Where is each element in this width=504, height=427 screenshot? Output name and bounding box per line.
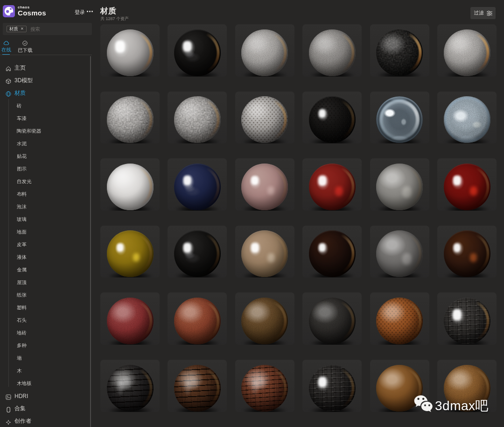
sidebar-subitem-贴花[interactable]: 贴花 [17, 150, 27, 163]
material-tile-stucco-gray[interactable] [100, 92, 160, 144]
material-sphere-asphalt-black [376, 29, 423, 76]
material-tile-black-glossy[interactable] [168, 24, 227, 77]
material-tile-croc-black[interactable] [302, 360, 362, 412]
sphere-limb-shadow [444, 164, 490, 210]
sidebar-subitem-纸张[interactable]: 纸张 [17, 289, 27, 301]
material-tile-smoke-transparent[interactable] [370, 226, 429, 278]
sidebar-subitem-泡沫[interactable]: 泡沫 [17, 200, 27, 213]
material-sphere-concrete-gray [309, 29, 356, 76]
sphere-limb-shadow [444, 230, 490, 277]
search-input[interactable]: 材质 ✕ 搜索 [3, 23, 92, 35]
material-sphere-smoke-glass [376, 164, 423, 210]
sphere-limb-shadow [309, 230, 356, 277]
sidebar-subitem-玻璃[interactable]: 玻璃 [17, 213, 27, 226]
material-tile-black-rubber[interactable] [302, 292, 362, 345]
image-icon [6, 393, 11, 399]
sidebar-subitem-墙[interactable]: 墙 [17, 352, 22, 364]
material-tile-dark-red-glossy[interactable] [437, 158, 497, 211]
sidebar-subitem-自发光[interactable]: 自发光 [17, 175, 32, 188]
sidebar-subitem-液体[interactable]: 液体 [17, 251, 27, 263]
remove-tag-icon[interactable]: ✕ [21, 27, 24, 31]
material-sphere-red-leather [107, 298, 154, 344]
sphere-limb-shadow [309, 365, 356, 412]
material-tile-chocolate-glossy[interactable] [437, 226, 497, 278]
material-sphere-dimpled-gray [241, 96, 288, 143]
sidebar-subitem-车漆[interactable]: 车漆 [17, 112, 27, 125]
filter-button[interactable]: 过滤 [470, 7, 496, 19]
material-tile-glass-frosted[interactable] [437, 92, 497, 144]
sphere-limb-shadow [107, 164, 154, 210]
material-tile-burnt-bricks-brown[interactable] [168, 360, 227, 412]
sphere-limb-shadow [444, 96, 490, 143]
sphere-limb-shadow [174, 29, 221, 76]
material-sphere-croc-black [309, 365, 356, 412]
material-tile-stucco-heavy[interactable] [168, 92, 227, 144]
sidebar-subitem-皮革[interactable]: 皮革 [17, 238, 27, 251]
material-tile-gray-croc[interactable] [437, 292, 497, 345]
tab-online[interactable]: 在线 [1, 37, 12, 55]
sidebar-subitem-多种[interactable]: 多种 [17, 339, 27, 352]
sidebar-subitem-砖[interactable]: 砖 [17, 100, 22, 112]
material-tile-perforated-tan-leather[interactable] [370, 292, 429, 345]
material-tile-brown-leather[interactable] [235, 292, 294, 345]
material-tile-espresso-glossy[interactable] [302, 226, 362, 278]
sphere-limb-shadow [107, 365, 154, 412]
search-tag[interactable]: 材质 ✕ [7, 26, 27, 32]
material-tile-concrete-gray[interactable] [302, 24, 362, 77]
page-title: 材质 [100, 6, 116, 16]
material-sphere-perforated-black [309, 96, 356, 143]
material-tile-black-glossy-2[interactable] [168, 226, 227, 278]
material-tile-plaster-rim[interactable] [437, 24, 497, 77]
sidebar-subitem-屋顶[interactable]: 屋顶 [17, 276, 27, 289]
material-tile-rose-glass[interactable] [235, 158, 294, 211]
material-tile-porcelain-gray-glossy[interactable] [100, 24, 160, 77]
sidebar-subitem-塑料[interactable]: 塑料 [17, 301, 27, 314]
material-sphere-brown-leather [241, 298, 288, 344]
material-tile-charred-bricks[interactable] [100, 360, 160, 412]
material-tile-red-glossy[interactable] [302, 158, 362, 211]
material-sphere-white-matte [107, 164, 154, 210]
sidebar-item-HDRI[interactable]: HDRI [0, 390, 92, 402]
material-tile-smoke-glass[interactable] [370, 158, 429, 211]
material-tile-amber-glass[interactable] [100, 226, 160, 278]
material-tile-terracotta[interactable] [168, 292, 227, 345]
sidebar-item-材质[interactable]: 材质 [0, 87, 92, 100]
material-tile-dimpled-gray[interactable] [235, 92, 294, 144]
dot [91, 11, 93, 12]
material-sphere-croc-redbrown [241, 365, 288, 412]
sidebar-item-主页[interactable]: 主页 [0, 62, 92, 74]
sidebar-subitem-木[interactable]: 木 [17, 364, 22, 377]
sidebar-scrollbar[interactable] [90, 56, 91, 427]
login-button[interactable]: 登录 [75, 9, 85, 16]
sidebar-subitem-木地板[interactable]: 木地板 [17, 377, 32, 390]
material-tile-asphalt-black[interactable] [370, 24, 429, 77]
sidebar-subitem-地面[interactable]: 地面 [17, 226, 27, 238]
material-tile-glass-clear[interactable] [370, 92, 429, 144]
material-tile-tan-glass[interactable] [235, 226, 294, 278]
more-menu-icon[interactable] [87, 8, 93, 14]
sphere-limb-shadow [309, 96, 356, 143]
sidebar-subitem-图示[interactable]: 图示 [17, 163, 27, 175]
sidebar-subitem-金属[interactable]: 金属 [17, 263, 27, 276]
main-content: 材质 共 1287 个资产 过滤 [98, 0, 504, 427]
material-tile-perforated-black[interactable] [302, 92, 362, 144]
material-tile-plaster-light[interactable] [235, 24, 294, 77]
sidebar-item-3D模型[interactable]: 3D模型 [0, 74, 92, 87]
material-tile-white-matte[interactable] [100, 158, 160, 211]
sphere-limb-shadow [107, 29, 154, 76]
sidebar-subitem-石头[interactable]: 石头 [17, 314, 27, 327]
sidebar-subitem-布料[interactable]: 布料 [17, 188, 27, 200]
sidebar-item-合集[interactable]: 合集 [0, 402, 92, 415]
chaos-logo-icon[interactable] [3, 5, 15, 17]
category-nav: 主页3D模型材质砖车漆陶瓷和瓷器水泥贴花图示自发光布料泡沫玻璃地面皮革液体金属屋… [0, 55, 92, 427]
material-tile-navy-glossy[interactable] [168, 158, 227, 211]
sidebar-item-创作者[interactable]: 创作者 [0, 415, 92, 427]
material-sphere-chocolate-glossy [444, 230, 490, 277]
material-tile-red-leather[interactable] [100, 292, 160, 345]
material-sphere-navy-glossy [174, 164, 221, 210]
sidebar-subitem-水泥[interactable]: 水泥 [17, 137, 27, 150]
tab-downloaded[interactable]: 已下载 [18, 37, 32, 55]
sidebar-subitem-陶瓷和瓷器[interactable]: 陶瓷和瓷器 [17, 125, 42, 137]
sidebar-subitem-地砖[interactable]: 地砖 [17, 327, 27, 339]
material-tile-croc-redbrown[interactable] [235, 360, 294, 412]
